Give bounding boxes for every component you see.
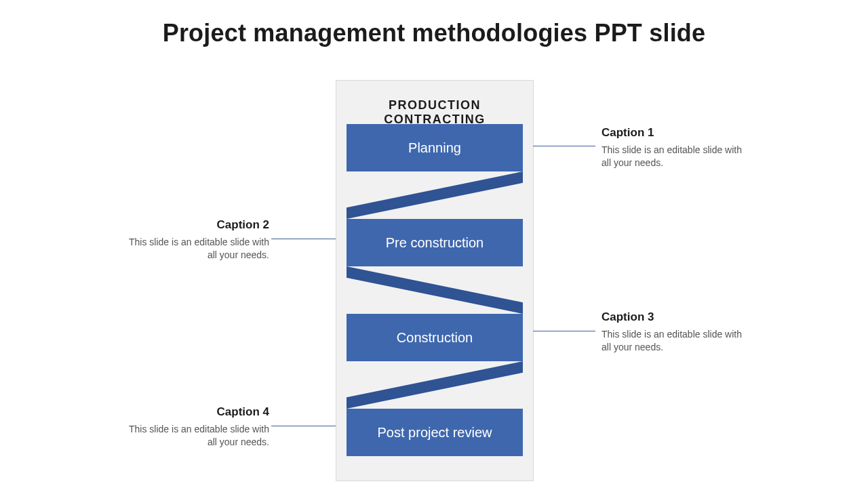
step-post-project-review: Post project review — [347, 409, 523, 456]
caption-title: Caption 1 — [601, 126, 751, 140]
caption-title: Caption 3 — [601, 310, 751, 324]
caption-title: Caption 2 — [120, 218, 269, 232]
caption-body: This slide is an editable slide with all… — [601, 328, 751, 354]
caption-body: This slide is an editable slide with all… — [120, 423, 269, 449]
step-construction: Construction — [347, 314, 523, 361]
step-label: Post project review — [378, 425, 492, 441]
step-pre-construction: Pre construction — [347, 219, 523, 266]
ribbon-connector-icon — [347, 361, 523, 409]
caption-body: This slide is an editable slide with all… — [120, 236, 269, 262]
step-label: Planning — [408, 140, 461, 156]
caption-3: Caption 3 This slide is an editable slid… — [601, 310, 751, 354]
ribbon-connector-icon — [347, 171, 523, 219]
ribbon-connector-icon — [347, 266, 523, 314]
slide-stage: Project management methodologies PPT sli… — [0, 0, 868, 488]
step-label: Construction — [397, 330, 473, 346]
caption-title: Caption 4 — [120, 405, 269, 419]
caption-body: This slide is an editable slide with all… — [601, 144, 751, 169]
slide-title: Project management methodologies PPT sli… — [0, 19, 868, 47]
process-panel: PRODUCTION CONTRACTING Planning Pre cons… — [336, 80, 534, 481]
step-planning: Planning — [347, 124, 523, 171]
step-label: Pre construction — [386, 235, 484, 251]
caption-4: Caption 4 This slide is an editable slid… — [120, 405, 269, 449]
leader-line-icon — [533, 331, 595, 331]
caption-1: Caption 1 This slide is an editable slid… — [601, 126, 751, 169]
leader-line-icon — [271, 426, 336, 426]
leader-line-icon — [533, 146, 595, 146]
caption-2: Caption 2 This slide is an editable slid… — [120, 218, 269, 262]
leader-line-icon — [271, 239, 336, 239]
panel-title: PRODUCTION CONTRACTING — [336, 98, 533, 127]
